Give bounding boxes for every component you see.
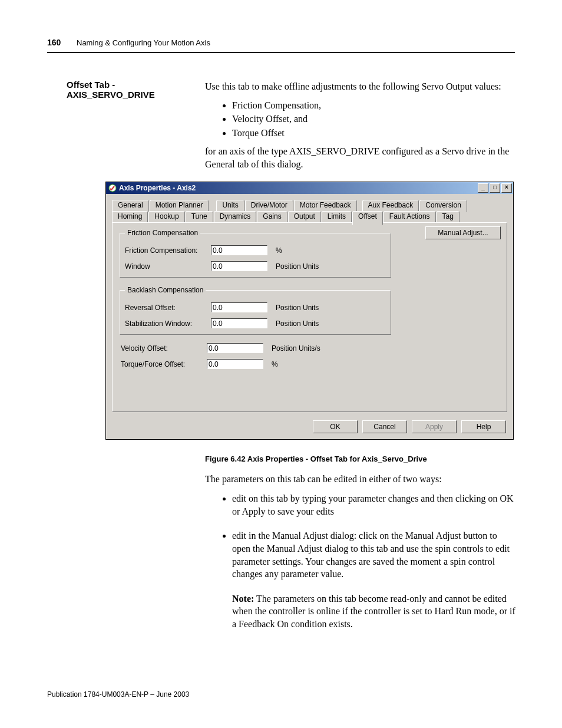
tab-conversion[interactable]: Conversion — [419, 200, 467, 212]
reversal-offset-label: Reversal Offset: — [125, 304, 211, 312]
tab-hookup[interactable]: Hookup — [148, 211, 184, 223]
intro-bullets: Friction Compensation, Velocity Offset, … — [205, 99, 517, 140]
manual-adjust-button[interactable]: Manual Adjust... — [425, 226, 501, 239]
friction-comp-unit: % — [270, 246, 282, 255]
cancel-button[interactable]: Cancel — [362, 420, 407, 433]
tab-motor-feedback[interactable]: Motor Feedback — [294, 200, 357, 212]
window-input[interactable] — [211, 261, 267, 271]
tab-offset[interactable]: Offset — [352, 211, 383, 225]
dialog-title: Axis Properties - Axis2 — [119, 184, 196, 192]
bullet-item: Velocity Offset, and — [232, 113, 517, 126]
reversal-offset-input[interactable] — [211, 302, 267, 312]
velocity-offset-label: Velocity Offset: — [121, 344, 207, 353]
running-head: Naming & Configuring Your Motion Axis — [77, 38, 210, 47]
title-bar: Axis Properties - Axis2 _ □ × — [106, 182, 513, 194]
tab-aux-feedback[interactable]: Aux Feedback — [362, 200, 419, 212]
friction-comp-legend: Friction Compensation — [125, 229, 200, 237]
window-controls: _ □ × — [478, 183, 512, 193]
axis-properties-dialog: Axis Properties - Axis2 _ □ × General Mo… — [105, 182, 514, 440]
bullet-item: Friction Compensation, — [232, 99, 517, 112]
maximize-button[interactable]: □ — [490, 183, 500, 193]
after-p1: The parameters on this tab can be edited… — [205, 473, 517, 486]
figure-caption: Figure 6.42 Axis Properties - Offset Tab… — [205, 454, 517, 465]
post-intro-text: for an axis of the type AXIS_SERVO_DRIVE… — [205, 145, 517, 170]
torque-force-offset-input[interactable] — [207, 359, 263, 369]
after-li1: edit on this tab by typing your paramete… — [232, 492, 517, 518]
velocity-offset-unit: Position Units/s — [266, 344, 320, 353]
tab-general[interactable]: General — [112, 200, 149, 212]
tab-units[interactable]: Units — [216, 200, 244, 212]
window-label: Window — [125, 262, 211, 271]
tab-output[interactable]: Output — [288, 211, 321, 223]
tab-tune[interactable]: Tune — [186, 211, 213, 223]
offset-tab-page: Manual Adjust... Friction Compensation F… — [112, 222, 507, 412]
backlash-comp-group: Backlash Compensation Reversal Offset: P… — [120, 286, 391, 335]
footer-publication: Publication 1784-UM003A-EN-P – June 2003 — [47, 690, 189, 699]
friction-comp-input[interactable] — [211, 245, 267, 255]
stabilization-window-label: Stabilization Window: — [125, 319, 211, 328]
close-button[interactable]: × — [501, 183, 512, 193]
apply-button[interactable]: Apply — [412, 420, 457, 433]
after-li2: edit in the Manual Adjust dialog: click … — [232, 529, 517, 580]
after-list: edit on this tab by typing your paramete… — [205, 492, 517, 581]
ok-button[interactable]: OK — [313, 420, 358, 433]
tab-drive-motor[interactable]: Drive/Motor — [245, 200, 293, 212]
header-rule — [47, 52, 515, 53]
minimize-button[interactable]: _ — [478, 183, 488, 193]
tab-motion-planner[interactable]: Motion Planner — [150, 200, 209, 212]
torque-force-offset-unit: % — [266, 360, 278, 368]
friction-comp-group: Friction Compensation Friction Compensat… — [120, 229, 391, 278]
note-body: The parameters on this tab become read-o… — [232, 594, 515, 629]
tab-gains[interactable]: Gains — [257, 211, 287, 223]
velocity-offset-input[interactable] — [207, 343, 263, 353]
tab-homing[interactable]: Homing — [112, 211, 148, 223]
tab-limits[interactable]: Limits — [322, 211, 352, 223]
help-button[interactable]: Help — [461, 420, 506, 433]
torque-force-offset-label: Torque/Force Offset: — [121, 360, 207, 368]
friction-comp-label: Friction Compensation: — [125, 246, 211, 255]
bullet-item: Torque Offset — [232, 127, 517, 140]
tab-strip: General Motion Planner Units Drive/Motor… — [112, 200, 507, 223]
section-title: Offset Tab - AXIS_SERVO_DRIVE — [67, 80, 202, 100]
tab-dynamics[interactable]: Dynamics — [214, 211, 257, 223]
reversal-offset-unit: Position Units — [270, 304, 319, 312]
intro-text: Use this tab to make offline adjustments… — [205, 80, 517, 93]
tab-tag[interactable]: Tag — [437, 211, 459, 223]
note-label: Note: — [232, 594, 254, 604]
window-unit: Position Units — [270, 262, 319, 271]
stabilization-window-unit: Position Units — [270, 319, 319, 328]
backlash-comp-legend: Backlash Compensation — [125, 286, 206, 294]
stabilization-window-input[interactable] — [211, 318, 267, 328]
page-number: 160 — [47, 38, 61, 47]
note-paragraph: Note: The parameters on this tab become … — [232, 592, 517, 631]
dialog-button-row: OK Cancel Apply Help — [313, 420, 506, 433]
tab-fault-actions[interactable]: Fault Actions — [384, 211, 436, 223]
app-icon — [108, 184, 117, 192]
